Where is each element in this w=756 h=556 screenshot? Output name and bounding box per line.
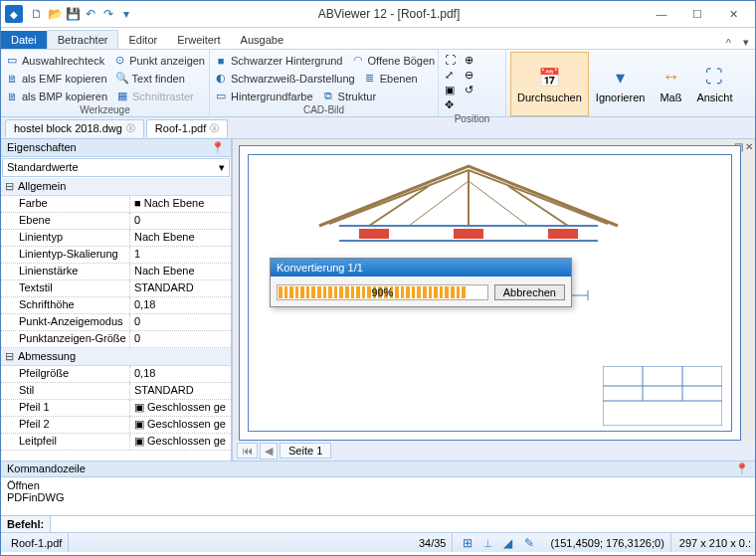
doc-tab-hostel[interactable]: hostel block 2018.dwgⓧ [5,119,144,137]
btn-auswahlrechteck[interactable]: ▭Auswahlrechteck [5,52,104,69]
maximize-button[interactable]: ☐ [679,3,715,25]
pin-icon[interactable]: 📍 [735,463,749,475]
prop-row[interactable]: Leitpfeil▣ Geschlossen ge [1,434,231,451]
zoom-win-icon[interactable]: ▣ [445,84,463,96]
prop-row[interactable]: Ebene0 [1,213,231,230]
prop-value[interactable]: 0,18 [130,366,231,382]
prop-key: Schrifthöhe [1,297,130,313]
prop-row[interactable]: Linientyp-Skalierung1 [1,247,231,264]
prop-value[interactable]: Nach Ebene [130,230,231,246]
prop-key: Textstil [1,280,130,296]
group-werkzeuge: ▭Auswahlrechteck ⊙Punkt anzeigen 🗎als EM… [1,50,210,116]
status-icon[interactable]: ✎ [522,536,536,550]
prop-row[interactable]: Farbe■ Nach Ebene [1,196,231,213]
btn-bmp-kopieren[interactable]: 🗎als BMP kopieren [5,88,107,104]
ribbon-help-icon[interactable]: ^ [720,37,737,49]
prop-value[interactable]: Nach Ebene [130,264,231,279]
prop-value[interactable]: ▣ Geschlossen ge [130,434,231,450]
prop-value[interactable]: ▣ Geschlossen ge [130,417,231,433]
btn-ebenen[interactable]: ≣Ebenen [363,70,418,87]
btn-struktur[interactable]: ⧉Struktur [321,88,377,104]
svg-rect-14 [603,366,722,426]
status-pages: 34/35 [413,533,454,552]
status-icon[interactable]: ⟂ [482,536,493,550]
prop-value[interactable]: 0,18 [130,297,231,313]
app-icon: ◆ [5,5,23,23]
tab-datei[interactable]: Datei [1,31,47,49]
prop-row[interactable]: Pfeil 2▣ Geschlossen ge [1,417,231,434]
zoom-prev-icon[interactable]: ↺ [465,84,482,96]
status-icon[interactable]: ⊞ [461,536,474,550]
page-tab-1[interactable]: Seite 1 [280,443,331,459]
prop-value[interactable]: ▣ Geschlossen ge [130,400,231,416]
qat-new-icon[interactable]: 🗋 [29,6,45,22]
zoom-in-icon[interactable]: ⊕ [465,54,482,67]
prop-row[interactable]: Pfeilgröße0,18 [1,366,231,383]
btn-emf-kopieren[interactable]: 🗎als EMF kopieren [5,70,107,87]
pin-icon[interactable]: 📍 [211,141,225,154]
prop-category[interactable]: Allgemein [1,178,231,196]
btn-durchsuchen[interactable]: 📅Durchsuchen [510,52,589,116]
zoom-fit-icon[interactable]: ⛶ [445,54,463,67]
prop-value[interactable]: 0 [130,331,231,347]
page-prev[interactable]: ◀ [260,443,278,460]
cancel-button[interactable]: Abbrechen [494,284,565,300]
zoom-out-icon[interactable]: ⊖ [465,69,482,82]
tab-betrachter[interactable]: Betrachter [47,30,119,49]
view-icon: ⛶ [702,66,726,90]
btn-schwarzweiss[interactable]: ◐Schwarzweiß-Darstellung [214,70,355,87]
command-input[interactable] [51,516,755,532]
btn-ansicht[interactable]: ⛶Ansicht [689,52,739,116]
qat-redo-icon[interactable]: ↷ [100,6,116,22]
btn-schnittraster[interactable]: ▦Schnittraster [115,88,194,104]
prop-value[interactable]: 0 [130,314,231,330]
prop-row[interactable]: Punktanzeigen-Größe0 [1,331,231,348]
qat-save-icon[interactable]: 💾 [65,6,81,22]
prop-row[interactable]: Schrifthöhe0,18 [1,297,231,314]
close-button[interactable]: ✕ [715,3,751,25]
prop-value[interactable]: 0 [130,213,231,229]
prop-category[interactable]: Abmessung [1,348,231,366]
qat-open-icon[interactable]: 📂 [47,6,63,22]
prop-row[interactable]: TextstilSTANDARD [1,280,231,297]
btn-mass[interactable]: ↔Maß [652,52,689,116]
prop-row[interactable]: Punkt-Anzeigemodus0 [1,314,231,331]
canvas-close-icon[interactable]: ✕ [745,141,753,152]
doc-tab-roof[interactable]: Roof-1.pdfⓧ [146,119,228,137]
prop-value[interactable]: 1 [130,247,231,263]
btn-text-finden[interactable]: 🔍Text finden [115,70,185,87]
tab-ausgabe[interactable]: Ausgabe [231,31,293,49]
properties-grid: AllgemeinFarbe■ Nach EbeneEbene0Linienty… [1,178,231,461]
group-label-position: Position [443,113,501,125]
prop-row[interactable]: LinientypNach Ebene [1,230,231,247]
prop-row[interactable]: StilSTANDARD [1,383,231,400]
btn-hintergrundfarbe[interactable]: ▭Hintergrundfarbe [214,88,313,104]
minimize-button[interactable]: — [644,3,679,25]
btn-schwarzer-hintergrund[interactable]: ■Schwarzer Hintergrund [214,52,343,69]
prop-key: Linientyp [1,230,130,246]
btn-punkt-anzeigen[interactable]: ⊙Punkt anzeigen [112,52,205,69]
close-icon[interactable]: ⓧ [210,122,219,135]
page-first[interactable]: ⏮ [237,443,258,459]
close-icon[interactable]: ⓧ [126,122,135,135]
group-label-werkzeuge: Werkzeuge [5,104,205,116]
tab-erweitert[interactable]: Erweitert [167,31,230,49]
prop-value[interactable]: STANDARD [130,280,231,296]
qat-more-icon[interactable]: ▾ [118,6,134,22]
prop-key: Punktanzeigen-Größe [1,331,130,347]
prop-value[interactable]: STANDARD [130,383,231,399]
status-icon[interactable]: ◢ [501,536,514,550]
prop-row[interactable]: Pfeil 1▣ Geschlossen ge [1,400,231,417]
properties-selector[interactable]: Standardwerte▾ [2,158,230,177]
prop-row[interactable]: LinienstärkeNach Ebene [1,264,231,280]
pan-icon[interactable]: ✥ [445,98,463,111]
tab-editor[interactable]: Editor [118,31,167,49]
qat-undo-icon[interactable]: ↶ [83,6,98,22]
ribbon-tabs: Datei Betrachter Editor Erweitert Ausgab… [1,28,755,50]
commandline-input-row: Befehl: [1,515,755,532]
prop-value[interactable]: ■ Nach Ebene [130,196,231,212]
btn-offene-boegen[interactable]: ◠Offene Bögen [351,52,436,69]
zoom-ext-icon[interactable]: ⤢ [445,69,463,82]
btn-ignorieren[interactable]: ▾Ignorieren [589,52,653,116]
ribbon-more-icon[interactable]: ▾ [737,36,755,49]
